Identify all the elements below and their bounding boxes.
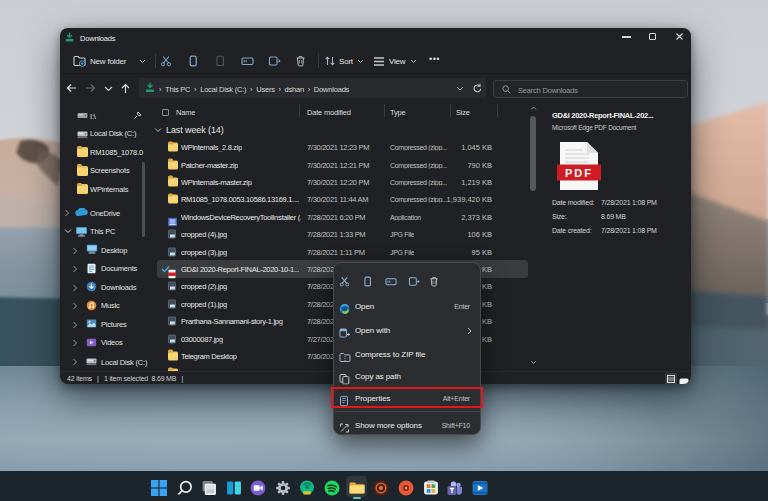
- svg-text:PDF: PDF: [565, 167, 593, 179]
